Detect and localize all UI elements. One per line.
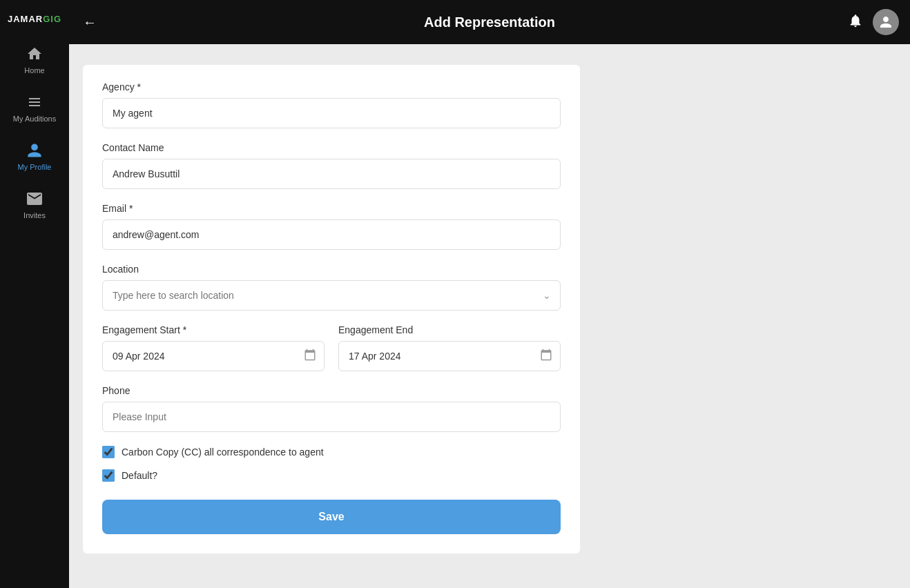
cc-checkbox-label[interactable]: Carbon Copy (CC) all correspondence to a… <box>122 447 324 458</box>
engagement-start-label: Engagement Start * <box>102 324 325 335</box>
location-group: Location ⌄ <box>102 264 561 311</box>
engagement-end-input[interactable] <box>338 341 561 371</box>
sidebar-item-home-label: Home <box>24 66 44 75</box>
form-container: Agency * Contact Name Email * Location <box>83 65 580 553</box>
brand-logo: JAMARGIG <box>0 0 69 36</box>
engagement-start-input[interactable] <box>102 341 325 371</box>
sidebar-item-home[interactable]: Home <box>0 36 69 84</box>
profile-icon <box>26 142 43 159</box>
sidebar-item-my-profile[interactable]: My Profile <box>0 133 69 181</box>
engagement-end-group: Engagement End <box>338 324 561 371</box>
email-group: Email * <box>102 203 561 250</box>
user-avatar[interactable] <box>873 9 899 35</box>
auditions-icon <box>26 94 43 110</box>
default-checkbox[interactable] <box>102 469 115 482</box>
sidebar-item-auditions-label: My Auditions <box>13 115 56 123</box>
agency-label: Agency * <box>102 81 561 92</box>
contact-name-label: Contact Name <box>102 142 561 153</box>
location-select-wrapper: ⌄ <box>102 280 561 311</box>
sidebar-item-invites-label: Invites <box>23 211 46 219</box>
email-label: Email * <box>102 203 561 214</box>
cc-checkbox-group: Carbon Copy (CC) all correspondence to a… <box>102 446 561 458</box>
engagement-start-group: Engagement Start * <box>102 324 325 371</box>
main-content: ← Add Representation A <box>69 0 910 588</box>
engagement-end-wrapper <box>338 341 561 371</box>
sidebar: JAMARGIG Home My Auditions My Profile <box>0 0 69 588</box>
default-checkbox-label[interactable]: Default? <box>122 470 157 481</box>
cc-checkbox[interactable] <box>102 446 115 458</box>
location-label: Location <box>102 264 561 275</box>
default-checkbox-group: Default? <box>102 469 561 482</box>
phone-group: Phone <box>102 385 561 432</box>
header-bar: ← Add Representation <box>69 0 910 44</box>
invites-icon <box>26 190 43 207</box>
contact-name-input[interactable] <box>102 159 561 189</box>
page-body: Agency * Contact Name Email * Location <box>69 44 910 588</box>
sidebar-item-invites[interactable]: Invites <box>0 181 69 229</box>
contact-name-group: Contact Name <box>102 142 561 189</box>
back-button[interactable]: ← <box>83 15 97 29</box>
email-input[interactable] <box>102 219 561 250</box>
sidebar-item-my-auditions[interactable]: My Auditions <box>0 84 69 133</box>
agency-input[interactable] <box>102 98 561 128</box>
bell-icon <box>848 13 863 28</box>
notification-bell-button[interactable] <box>848 13 863 32</box>
engagement-end-label: Engagement End <box>338 324 561 335</box>
phone-label: Phone <box>102 385 561 396</box>
home-icon <box>26 46 43 62</box>
page-title: Add Representation <box>424 14 555 30</box>
engagement-start-wrapper <box>102 341 325 371</box>
sidebar-item-profile-label: My Profile <box>18 163 52 171</box>
avatar-icon <box>878 14 894 30</box>
header-actions <box>848 9 899 35</box>
phone-input[interactable] <box>102 402 561 432</box>
engagement-dates-row: Engagement Start * Engagement End <box>102 324 561 371</box>
save-button[interactable]: Save <box>102 500 561 534</box>
location-input[interactable] <box>102 280 561 311</box>
agency-group: Agency * <box>102 81 561 128</box>
logo-text: JAMARGIG <box>8 14 61 24</box>
